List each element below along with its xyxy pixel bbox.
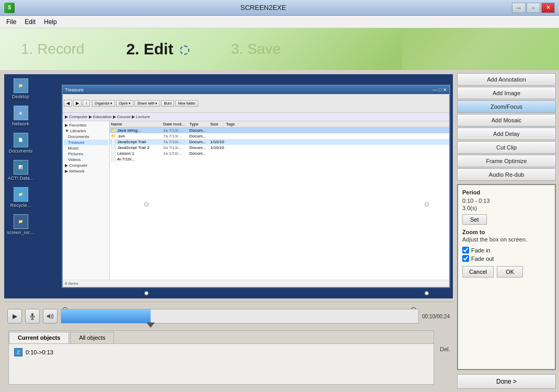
zoom-to-label: Zoom to [462, 229, 551, 235]
object-item-1[interactable]: Z 0:10->0:13 [12, 347, 55, 358]
tab-all-objects[interactable]: All objects [70, 332, 114, 343]
right-panel: Add Annotation Add Image Zoom/Focus Add … [457, 70, 559, 392]
desktop-icon-3: 📄 Documents [6, 133, 35, 154]
fe-row-1[interactable]: 📁 Java string... 1a 7/13/... Docum... [110, 128, 449, 133]
fe-statusbar: 6 items [63, 280, 449, 287]
menu-edit[interactable]: Edit [20, 17, 40, 27]
handle-top-left[interactable] [144, 202, 149, 206]
step1: 1. Record [21, 41, 84, 57]
done-button[interactable]: Done > [457, 374, 556, 389]
speaker-icon [47, 313, 54, 319]
fe-body: ▶ Favorites ▼ Libraries Documents Treasu… [63, 121, 449, 280]
app-icon: S [4, 3, 15, 13]
fe-row-3[interactable]: 📄 JavaScript Trail 7a 7/10/... Docum... … [110, 139, 449, 145]
fe-row-5[interactable]: 📄 Lesson 1 1a 1/10/... Docum... [110, 151, 449, 156]
frame-optimize-button[interactable]: Frame Optimize [457, 155, 556, 167]
zoom-to-text: Adjust the box on screen. [462, 236, 551, 243]
fe-addressbar: ▶ Computer ▶ Education ▶ Course ▶ Lectur… [63, 113, 449, 121]
timeline: ▶ ⊙ ⊙ [4, 302, 453, 330]
main-area: 📁 Desktop 🖥 Network 📄 Documents 📊 ACT! D… [0, 70, 559, 392]
step2: 2. Edit [126, 40, 189, 58]
play-button[interactable]: ▶ [7, 309, 22, 324]
period-set-button[interactable]: Set [462, 214, 487, 225]
menu-help[interactable]: Help [40, 17, 61, 27]
zoom-focus-button[interactable]: Zoom/Focus [457, 100, 556, 113]
bottom-row: Current objects All objects Z 0:10->0:13… [4, 330, 453, 388]
desktop-icon-4: 📊 ACT! Data... [6, 160, 35, 181]
add-mosaic-button[interactable]: Add Mosaic [457, 114, 556, 126]
fade-out-label: Fade out [471, 256, 494, 262]
period-label: Period [462, 189, 551, 195]
timeline-time: 00:10/00:24 [422, 314, 450, 319]
add-delay-button[interactable]: Add Delay [457, 128, 556, 140]
tab-current-objects[interactable]: Current objects [9, 332, 69, 343]
handle-top-right[interactable] [425, 202, 429, 206]
app-title: SCREEN2EXE [15, 4, 512, 11]
desktop-icons: 📁 Desktop 🖥 Network 📄 Documents 📊 ACT! D… [4, 74, 67, 298]
fe-content: Name Date mod... Type Size Tags 📁 Java s… [110, 121, 449, 280]
fe-row-4[interactable]: 📄 JavaScript Trail 2 2a 7/13/... Docum..… [110, 145, 449, 151]
desktop-icon-6: 📁 screen_rec... [6, 214, 35, 235]
titlebar: S SCREEN2EXE ─ ▫ ✕ [0, 0, 559, 16]
handle-left[interactable] [144, 291, 149, 295]
fe-btn-new-folder[interactable]: New folder [175, 100, 198, 107]
fe-btn-2[interactable]: Open ▾ [116, 100, 133, 107]
fade-in-label: Fade in [471, 247, 490, 253]
restore-button[interactable]: ▫ [527, 3, 540, 13]
fe-up[interactable]: ↑ [83, 100, 90, 107]
objects-tabs: Current objects All objects [9, 331, 433, 344]
step2-icon [180, 45, 189, 55]
speaker-button[interactable] [43, 309, 58, 324]
zoom-focus-panel: Period 0:10 - 0:13 3.0(s) Set Zoom to Ad… [457, 184, 556, 370]
add-annotation-button[interactable]: Add Annotation [457, 73, 556, 86]
mic-button[interactable] [25, 309, 40, 324]
audio-redub-button[interactable]: Audio Re-dub [457, 168, 556, 181]
handle-right[interactable] [425, 291, 429, 295]
timeline-position-arrow[interactable] [146, 322, 155, 328]
del-label: Del. [440, 346, 450, 352]
fe-row-2[interactable]: 📁 .svn 7a 7/13/... Docum... [110, 133, 449, 139]
desktop-icon-5: 📁 Recycle... [6, 187, 35, 208]
file-explorer: Treasure — □ ✕ ◀ ▶ ↑ Organize ▾ Open ▾ S… [62, 85, 450, 288]
minimize-button[interactable]: ─ [512, 3, 526, 13]
fe-btn-4[interactable]: Burn [161, 100, 174, 107]
fe-fwd[interactable]: ▶ [73, 100, 82, 107]
zoom-ok-button[interactable]: OK [497, 266, 523, 278]
fe-row-6[interactable]: 📄 Al-7/10/... [110, 156, 449, 162]
del-area: Del. [437, 330, 453, 388]
object-label: 0:10->0:13 [26, 349, 53, 355]
fe-btn-3[interactable]: Share with ▾ [134, 100, 160, 107]
preview-inner: 📁 Desktop 🖥 Network 📄 Documents 📊 ACT! D… [4, 74, 453, 298]
window-controls: ─ ▫ ✕ [512, 3, 555, 13]
timeline-slider[interactable] [61, 309, 419, 324]
add-image-button[interactable]: Add Image [457, 87, 556, 99]
svg-marker-3 [47, 314, 50, 319]
center-panel: 📁 Desktop 🖥 Network 📄 Documents 📊 ACT! D… [0, 70, 457, 392]
close-button[interactable]: ✕ [541, 3, 555, 13]
objects-area: Current objects All objects Z 0:10->0:13 [8, 330, 434, 385]
fade-in-checkbox[interactable] [462, 247, 469, 253]
fade-out-row: Fade out [462, 255, 551, 262]
zoom-cancel-button[interactable]: Cancel [462, 266, 494, 278]
cut-clip-button[interactable]: Cut Clip [457, 141, 556, 154]
step3: 3. Save [231, 41, 281, 57]
objects-content: Z 0:10->0:13 [9, 344, 433, 361]
fe-toolbar: ◀ ▶ ↑ Organize ▾ Open ▾ Share with ▾ Bur… [63, 94, 449, 113]
desktop-icon-2: 🖥 Network [6, 106, 35, 126]
zoom-panel-buttons: Cancel OK [462, 266, 551, 278]
fade-out-checkbox[interactable] [462, 255, 469, 262]
menubar: File Edit Help [0, 16, 559, 28]
object-icon-zoom: Z [14, 348, 22, 356]
fe-back[interactable]: ◀ [64, 100, 72, 107]
period-duration: 3.0(s) [462, 205, 551, 211]
menu-file[interactable]: File [2, 17, 20, 27]
fe-tree: ▶ Favorites ▼ Libraries Documents Treasu… [63, 121, 110, 280]
svg-rect-0 [31, 313, 33, 317]
fe-header: Name Date mod... Type Size Tags [110, 121, 449, 128]
fe-titlebar: Treasure — □ ✕ [63, 86, 449, 94]
period-value: 0:10 - 0:13 [462, 198, 551, 204]
timeline-progress [61, 309, 151, 323]
mic-icon [29, 313, 36, 320]
fe-btn-1[interactable]: Organize ▾ [92, 100, 115, 107]
desktop-icon-1: 📁 Desktop [6, 78, 35, 99]
